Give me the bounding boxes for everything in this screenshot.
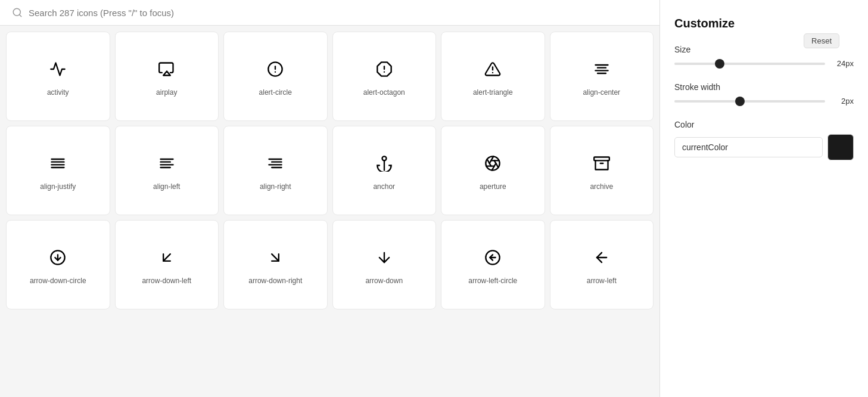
alert-octagon-icon	[376, 61, 393, 77]
icon-cell-aperture[interactable]: aperture	[441, 126, 545, 215]
svg-rect-36	[594, 157, 609, 161]
alert-circle-icon	[267, 61, 284, 77]
icon-grid: activityairplayalert-circlealert-octagon…	[0, 26, 659, 397]
icon-label: align-right	[260, 182, 291, 191]
icon-cell-arrow-left[interactable]: arrow-left	[550, 220, 654, 309]
icon-label: aperture	[480, 182, 506, 191]
color-input[interactable]	[674, 137, 823, 157]
align-justify-icon	[49, 155, 66, 172]
search-icon	[12, 7, 23, 18]
search-input[interactable]	[29, 8, 648, 18]
icon-label: align-center	[583, 88, 620, 97]
icon-cell-arrow-down-right[interactable]: arrow-down-right	[223, 220, 328, 309]
icon-cell-alert-octagon[interactable]: alert-octagon	[332, 32, 437, 121]
sidebar-title: Customize	[674, 17, 735, 30]
color-control: Color	[674, 120, 854, 160]
size-value: 24px	[832, 59, 854, 68]
icon-label: airplay	[156, 88, 177, 97]
arrow-down-left-icon	[158, 249, 175, 266]
icon-label: arrow-down-left	[142, 277, 191, 285]
icon-label: arrow-down-circle	[30, 277, 86, 285]
stroke-slider[interactable]	[674, 100, 825, 103]
sidebar: Customize Reset Size 24px Stroke width 2…	[659, 0, 868, 397]
icon-cell-arrow-left-circle[interactable]: arrow-left-circle	[441, 220, 545, 309]
icon-label: arrow-left-circle	[468, 277, 517, 285]
icon-label: arrow-left	[587, 277, 617, 285]
align-right-icon	[267, 155, 284, 172]
icon-label: alert-octagon	[363, 88, 405, 97]
icon-cell-anchor[interactable]: anchor	[332, 126, 437, 215]
size-row: 24px	[674, 59, 854, 68]
svg-line-41	[272, 254, 279, 261]
main-area: activityairplayalert-circlealert-octagon…	[0, 0, 659, 397]
icon-label: alert-circle	[259, 88, 292, 97]
icon-cell-arrow-down-circle[interactable]: arrow-down-circle	[6, 220, 110, 309]
icon-label: align-justify	[40, 182, 76, 191]
anchor-icon	[376, 155, 393, 172]
svg-line-1	[19, 14, 21, 16]
aperture-icon	[484, 155, 501, 172]
icon-cell-align-justify[interactable]: align-justify	[6, 126, 110, 215]
icon-cell-archive[interactable]: archive	[550, 126, 654, 215]
size-slider[interactable]	[674, 63, 825, 65]
icon-label: anchor	[373, 182, 395, 191]
icon-cell-arrow-down-left[interactable]: arrow-down-left	[115, 220, 219, 309]
sidebar-header: Customize Reset	[674, 17, 854, 30]
icon-label: arrow-down	[365, 277, 403, 285]
archive-icon	[593, 155, 610, 172]
icon-cell-alert-triangle[interactable]: alert-triangle	[441, 32, 545, 121]
svg-marker-2	[163, 72, 170, 76]
icon-cell-alert-circle[interactable]: alert-circle	[223, 32, 328, 121]
airplay-icon	[158, 61, 175, 77]
svg-line-40	[163, 254, 170, 261]
icon-label: archive	[590, 182, 613, 191]
icon-cell-activity[interactable]: activity	[6, 32, 110, 121]
alert-triangle-icon	[484, 61, 501, 77]
stroke-row: 2px	[674, 97, 854, 106]
stroke-value: 2px	[832, 97, 854, 106]
align-center-icon	[593, 61, 610, 77]
stroke-label: Stroke width	[674, 82, 854, 92]
icon-cell-align-right[interactable]: align-right	[223, 126, 328, 215]
icon-label: activity	[47, 88, 69, 97]
icon-cell-align-center[interactable]: align-center	[550, 32, 654, 121]
icon-label: align-left	[153, 182, 180, 191]
arrow-down-right-icon	[267, 249, 284, 266]
arrow-down-circle-icon	[49, 249, 66, 266]
align-left-icon	[158, 155, 175, 172]
reset-button[interactable]: Reset	[804, 33, 839, 48]
search-bar	[0, 0, 659, 26]
icon-cell-align-left[interactable]: align-left	[115, 126, 219, 215]
icon-cell-airplay[interactable]: airplay	[115, 32, 219, 121]
color-row	[674, 134, 854, 160]
stroke-control: Stroke width 2px	[674, 82, 854, 106]
icon-label: alert-triangle	[473, 88, 513, 97]
color-label: Color	[674, 120, 854, 129]
icon-label: arrow-down-right	[248, 277, 302, 285]
arrow-down-icon	[376, 249, 393, 266]
activity-icon	[49, 61, 66, 77]
color-swatch[interactable]	[827, 134, 854, 160]
arrow-left-circle-icon	[484, 249, 501, 266]
arrow-left-icon	[593, 249, 610, 266]
icon-cell-arrow-down[interactable]: arrow-down	[332, 220, 437, 309]
